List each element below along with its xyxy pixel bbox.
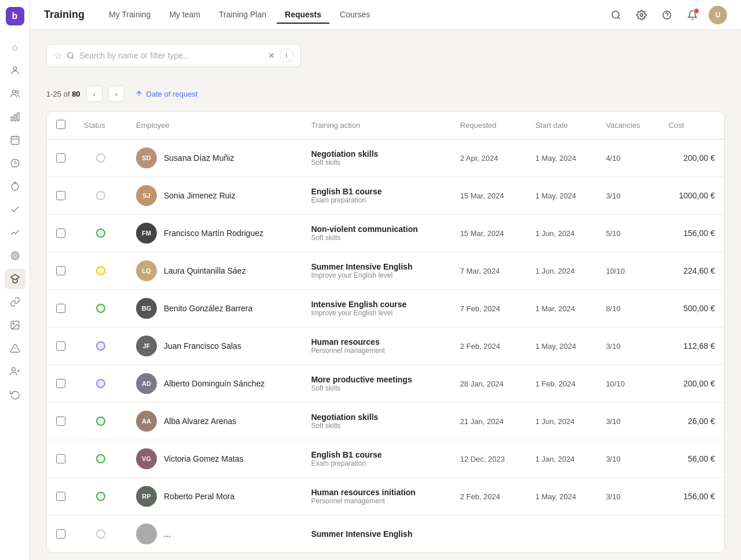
requested-cell: 2 Feb, 2024 bbox=[451, 327, 526, 365]
vacancies-cell: 3/10 bbox=[597, 327, 659, 365]
header-checkbox[interactable] bbox=[47, 112, 75, 139]
training-sub: Personnel management bbox=[311, 347, 441, 355]
sidebar-icon-person[interactable] bbox=[5, 60, 25, 81]
row-checkbox[interactable] bbox=[56, 304, 65, 313]
svg-line-25 bbox=[618, 17, 619, 19]
sidebar-icon-target[interactable] bbox=[5, 245, 25, 266]
page-info: 1-25 of 80 bbox=[46, 90, 80, 98]
sidebar-icon-check[interactable] bbox=[5, 199, 25, 220]
header-requested: Requested bbox=[451, 112, 526, 139]
svg-point-0 bbox=[13, 67, 17, 70]
row-checkbox[interactable] bbox=[56, 492, 65, 501]
employee-cell: SD Susana Díaz Muñiz bbox=[127, 139, 302, 177]
svg-marker-16 bbox=[10, 275, 19, 280]
sidebar-icon-link[interactable] bbox=[5, 292, 25, 312]
help-button[interactable] bbox=[658, 6, 676, 24]
row-checkbox[interactable] bbox=[56, 341, 65, 351]
avatar: SJ bbox=[136, 185, 157, 206]
table-row: BG Benito González Barrera Intensive Eng… bbox=[47, 290, 724, 327]
nav-my-team[interactable]: My team bbox=[161, 6, 208, 24]
prev-page-button[interactable]: ‹ bbox=[86, 86, 102, 102]
training-action-cell: Summer Intensive English Improve your En… bbox=[302, 252, 450, 290]
employee-name: Roberto Peral Mora bbox=[164, 492, 234, 501]
vacancies-cell bbox=[597, 515, 659, 553]
row-checkbox[interactable] bbox=[56, 191, 65, 200]
requested-cell: 7 Mar, 2024 bbox=[451, 252, 526, 290]
avatar: VG bbox=[136, 448, 157, 469]
sidebar-icon-home[interactable]: ⌂ bbox=[5, 37, 25, 58]
vacancies-cell: 3/10 bbox=[597, 403, 659, 440]
training-action-cell: English B1 course Exam preparation bbox=[302, 440, 450, 478]
employee-cell: VG Victoria Gomez Matas bbox=[127, 440, 302, 478]
sidebar-icon-calendar[interactable] bbox=[5, 130, 25, 150]
search-bar: ☆ ✕ i bbox=[46, 44, 301, 67]
training-action-cell: Summer Intensive English bbox=[302, 515, 450, 553]
vacancies-cell: 5/10 bbox=[597, 215, 659, 252]
sort-button[interactable]: Date of request bbox=[135, 90, 198, 98]
training-main: More productive meetings bbox=[311, 375, 441, 384]
vacancies-cell: 10/10 bbox=[597, 252, 659, 290]
requested-cell: 21 Jan, 2024 bbox=[451, 403, 526, 440]
nav-my-training[interactable]: My Training bbox=[101, 6, 159, 24]
cost-cell: 1000,00 € bbox=[659, 177, 724, 215]
main-area: Training My Training My team Training Pl… bbox=[30, 0, 741, 560]
nav-courses[interactable]: Courses bbox=[332, 6, 378, 24]
status-dot bbox=[96, 304, 105, 313]
search-info-icon[interactable]: i bbox=[280, 49, 294, 62]
user-avatar[interactable]: U bbox=[709, 6, 727, 24]
cost-cell: 500,00 € bbox=[659, 290, 724, 327]
row-checkbox[interactable] bbox=[56, 153, 65, 163]
training-sub: Soft skills bbox=[311, 234, 441, 242]
status-dot bbox=[96, 492, 105, 501]
sidebar-icon-alert[interactable] bbox=[5, 338, 25, 359]
svg-rect-4 bbox=[14, 115, 16, 121]
select-all-checkbox[interactable] bbox=[56, 120, 65, 129]
sidebar-icon-analytics[interactable] bbox=[5, 222, 25, 243]
row-checkbox[interactable] bbox=[56, 529, 65, 539]
settings-button[interactable] bbox=[632, 6, 651, 24]
app-logo[interactable]: b bbox=[6, 7, 24, 25]
favorite-icon[interactable]: ☆ bbox=[54, 50, 62, 61]
sidebar-icon-timer[interactable] bbox=[5, 176, 25, 197]
status-cell bbox=[75, 139, 127, 177]
nav-requests[interactable]: Requests bbox=[277, 6, 329, 24]
start-date-cell: 1 Mar, 2024 bbox=[526, 290, 597, 327]
svg-point-1 bbox=[12, 90, 15, 93]
sidebar-icon-chart[interactable] bbox=[5, 106, 25, 127]
sidebar-icon-group[interactable] bbox=[5, 83, 25, 104]
header-training-action: Training action bbox=[302, 112, 450, 139]
sidebar-icon-graduation[interactable] bbox=[5, 268, 25, 289]
avatar: JF bbox=[136, 336, 157, 356]
requested-cell: 7 Feb, 2024 bbox=[451, 290, 526, 327]
sidebar-icon-adduser[interactable] bbox=[5, 361, 25, 382]
training-main: English B1 course bbox=[311, 450, 441, 459]
sidebar-icon-history[interactable] bbox=[5, 384, 25, 405]
table-body: SD Susana Díaz Muñiz Negotiation skills … bbox=[47, 139, 724, 553]
search-input[interactable] bbox=[79, 51, 263, 60]
status-cell bbox=[75, 478, 127, 515]
sidebar-icon-clock[interactable] bbox=[5, 153, 25, 174]
search-button[interactable] bbox=[607, 6, 625, 24]
clear-search-icon[interactable]: ✕ bbox=[268, 51, 275, 60]
training-main: Intensive English course bbox=[311, 300, 441, 309]
row-checkbox[interactable] bbox=[56, 266, 65, 275]
next-page-button[interactable]: › bbox=[108, 86, 124, 102]
status-dot bbox=[96, 229, 105, 238]
svg-point-2 bbox=[16, 91, 19, 94]
requests-table: Status Employee Training action Requeste… bbox=[47, 112, 724, 552]
row-checkbox[interactable] bbox=[56, 417, 65, 426]
svg-point-24 bbox=[612, 11, 619, 18]
row-checkbox[interactable] bbox=[56, 379, 65, 388]
svg-point-18 bbox=[13, 323, 14, 324]
status-dot bbox=[96, 266, 105, 275]
table-row: ... Summer Intensive English bbox=[47, 515, 724, 553]
row-checkbox[interactable] bbox=[56, 229, 65, 238]
nav-training-plan[interactable]: Training Plan bbox=[211, 6, 274, 24]
row-checkbox[interactable] bbox=[56, 454, 65, 463]
start-date-cell: 1 Jun, 2024 bbox=[526, 215, 597, 252]
sidebar-icon-image[interactable] bbox=[5, 315, 25, 336]
training-main: Summer Intensive English bbox=[311, 262, 441, 271]
notifications-button[interactable] bbox=[683, 6, 702, 24]
svg-point-15 bbox=[14, 255, 16, 256]
vacancies-cell: 10/10 bbox=[597, 365, 659, 403]
